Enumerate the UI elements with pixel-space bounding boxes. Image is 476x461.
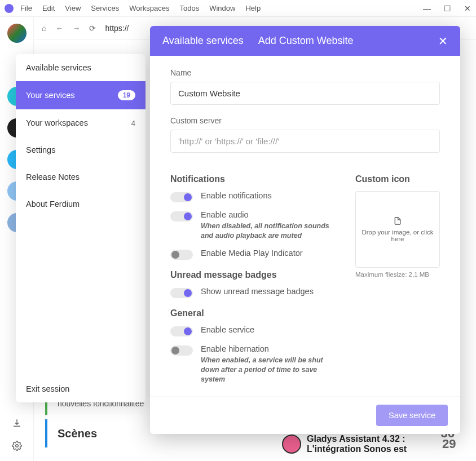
hibernation-desc: When enabled, a service will be shut dow…	[201, 356, 340, 384]
toggle-enable-hibernation[interactable]	[170, 345, 193, 356]
service-icon-1[interactable]	[7, 24, 27, 43]
settings-sidebar: Available services Your services 19 Your…	[16, 54, 146, 402]
sidebar-item-about[interactable]: About Ferdium	[16, 190, 146, 218]
toggle-enable-audio[interactable]	[170, 211, 193, 221]
sidebar-label: Exit session	[26, 384, 69, 393]
dropzone-text: Drop your image, or click here	[360, 229, 435, 242]
window-controls: — ☐ ✕	[423, 4, 471, 13]
forward-icon[interactable]: →	[72, 24, 80, 33]
modal-body: Name Custom server Notifications Enable …	[150, 56, 460, 396]
enable-audio-label: Enable audio	[201, 210, 340, 219]
sidebar-item-your-services[interactable]: Your services 19	[16, 81, 146, 109]
custom-icon-title: Custom icon	[355, 174, 440, 184]
sidebar-label: About Ferdium	[26, 200, 80, 209]
tab-available-services[interactable]: Available services	[162, 35, 244, 47]
sidebar-label: Release Notes	[26, 172, 80, 181]
menu-window[interactable]: Window	[209, 4, 235, 12]
unread-title: Unread message badges	[170, 270, 340, 280]
name-label: Name	[170, 68, 440, 77]
sidebar-label: Your workspaces	[26, 118, 88, 127]
modal-header: Available services Add Custom Website ✕	[150, 26, 460, 56]
sidebar-label: Settings	[26, 145, 55, 154]
minimize-icon[interactable]: —	[423, 4, 431, 13]
server-label: Custom server	[170, 116, 440, 125]
avatar-icon	[282, 435, 301, 454]
menu-todos[interactable]: Todos	[179, 4, 199, 12]
menu-edit[interactable]: Edit	[42, 4, 55, 12]
show-unread-label: Show unread message badges	[201, 287, 314, 296]
back-icon[interactable]: ←	[55, 24, 63, 33]
bg-right-count: 29	[442, 437, 456, 451]
menu-workspaces[interactable]: Workspaces	[129, 4, 169, 12]
menubar: File Edit View Services Workspaces Todos…	[20, 4, 261, 12]
download-icon[interactable]	[12, 418, 22, 428]
bg-right-title: Gladys Assistant 4.32 : L'intégration So…	[307, 434, 431, 454]
app-logo-icon	[5, 4, 14, 13]
svg-point-0	[15, 445, 18, 447]
menu-help[interactable]: Help	[245, 4, 261, 12]
sidebar-label: Available services	[26, 63, 91, 72]
general-title: General	[170, 308, 340, 318]
menu-services[interactable]: Services	[91, 4, 119, 12]
bg-right-card: Gladys Assistant 4.32 : L'intégration So…	[282, 434, 456, 454]
toggle-enable-service[interactable]	[170, 326, 193, 336]
home-icon[interactable]: ⌂	[42, 24, 46, 33]
name-input[interactable]	[170, 82, 440, 105]
enable-hibernation-label: Enable hibernation	[201, 344, 340, 353]
enable-service-label: Enable service	[201, 325, 254, 334]
custom-icon-dropzone[interactable]: Drop your image, or click here	[355, 191, 440, 268]
save-service-button[interactable]: Save service	[376, 405, 448, 426]
menu-file[interactable]: File	[20, 4, 32, 12]
sidebar-item-exit-session[interactable]: Exit session	[16, 375, 146, 402]
reload-icon[interactable]: ⟳	[89, 24, 96, 33]
sidebar-item-settings[interactable]: Settings	[16, 136, 146, 163]
toggle-enable-notifications[interactable]	[170, 192, 193, 202]
services-count-badge: 19	[118, 90, 135, 100]
maximize-icon[interactable]: ☐	[443, 4, 451, 13]
menu-view[interactable]: View	[65, 4, 81, 12]
notifications-title: Notifications	[170, 174, 340, 184]
close-window-icon[interactable]: ✕	[464, 4, 471, 13]
settings-gear-icon[interactable]	[12, 441, 22, 451]
close-modal-icon[interactable]: ✕	[438, 34, 448, 48]
toggle-show-unread-badges[interactable]	[170, 288, 193, 298]
filesize-hint: Maximum filesize: 2,1 MB	[355, 271, 440, 278]
add-service-modal: Available services Add Custom Website ✕ …	[150, 26, 460, 434]
sidebar-item-release-notes[interactable]: Release Notes	[16, 163, 146, 190]
file-icon	[393, 216, 402, 225]
sidebar-label: Your services	[26, 91, 75, 100]
address-bar[interactable]: https://	[105, 24, 129, 33]
sidebar-item-available-services[interactable]: Available services	[16, 54, 146, 81]
titlebar: File Edit View Services Workspaces Todos…	[0, 0, 476, 17]
workspaces-count: 4	[131, 119, 135, 127]
modal-footer: Save service	[150, 396, 460, 434]
toggle-enable-media-indicator[interactable]	[170, 250, 193, 260]
custom-server-input[interactable]	[170, 130, 440, 153]
scenes-title: Scènes	[58, 427, 97, 440]
enable-notifications-label: Enable notifications	[201, 191, 272, 200]
enable-audio-desc: When disabled, all notification sounds a…	[201, 221, 340, 241]
tab-add-custom-website[interactable]: Add Custom Website	[258, 35, 354, 47]
sidebar-item-your-workspaces[interactable]: Your workspaces 4	[16, 109, 146, 136]
enable-media-label: Enable Media Play Indicator	[201, 249, 303, 258]
